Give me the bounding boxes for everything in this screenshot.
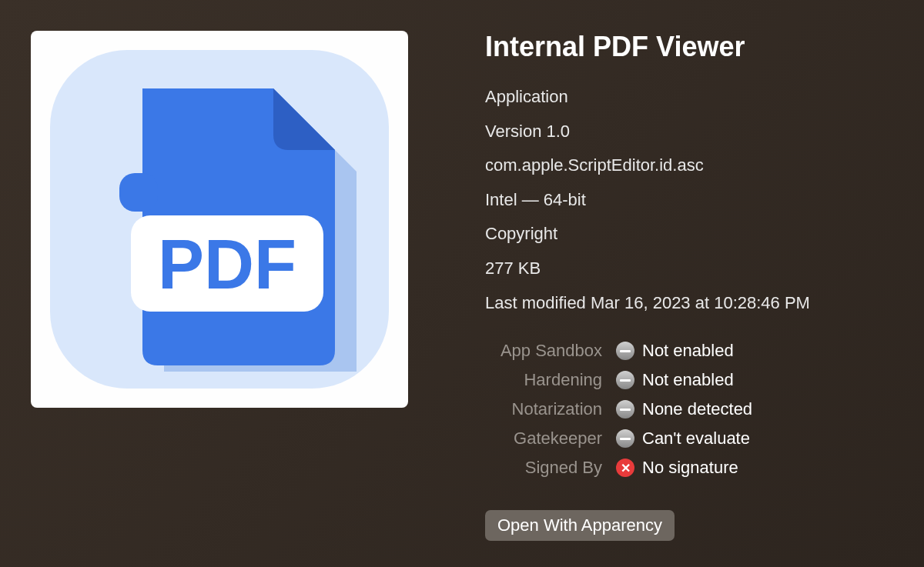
info-architecture: Intel — 64-bit [485, 189, 893, 212]
security-value-notarization: None detected [642, 399, 752, 419]
security-row-notarization: Notarization None detected [485, 399, 893, 419]
minus-icon [616, 371, 634, 389]
app-icon-panel: PDF [31, 31, 408, 536]
security-row-signed-by: Signed By ✕ No signature [485, 458, 893, 478]
security-label-hardening: Hardening [485, 370, 616, 390]
security-label-notarization: Notarization [485, 399, 616, 419]
minus-icon [616, 342, 634, 360]
security-row-gatekeeper: Gatekeeper Can't evaluate [485, 429, 893, 449]
info-version: Version 1.0 [485, 121, 893, 143]
info-copyright: Copyright [485, 223, 893, 245]
security-section: App Sandbox Not enabled Hardening Not en… [485, 341, 893, 478]
info-size: 277 KB [485, 258, 893, 280]
security-value-hardening: Not enabled [642, 370, 734, 390]
app-info-panel: Internal PDF Viewer Application Version … [408, 31, 893, 536]
x-icon: ✕ [616, 459, 634, 477]
security-value-signed-by: No signature [642, 458, 738, 478]
security-row-hardening: Hardening Not enabled [485, 370, 893, 390]
security-value-sandbox: Not enabled [642, 341, 734, 361]
app-title: Internal PDF Viewer [485, 31, 893, 63]
pdf-file-icon: PDF [42, 42, 397, 396]
open-with-apparency-button[interactable]: Open With Apparency [485, 510, 675, 541]
minus-icon [616, 400, 634, 419]
info-last-modified: Last modified Mar 16, 2023 at 10:28:46 P… [485, 292, 893, 315]
security-row-sandbox: App Sandbox Not enabled [485, 341, 893, 361]
info-bundle-id: com.apple.ScriptEditor.id.asc [485, 155, 893, 177]
minus-icon [616, 429, 634, 448]
security-value-gatekeeper: Can't evaluate [642, 429, 750, 449]
security-label-sandbox: App Sandbox [485, 341, 616, 361]
security-label-signed-by: Signed By [485, 458, 616, 478]
svg-rect-1 [119, 173, 158, 212]
app-icon: PDF [31, 31, 408, 408]
security-label-gatekeeper: Gatekeeper [485, 429, 616, 449]
svg-text:PDF: PDF [158, 226, 296, 303]
info-kind: Application [485, 86, 893, 108]
